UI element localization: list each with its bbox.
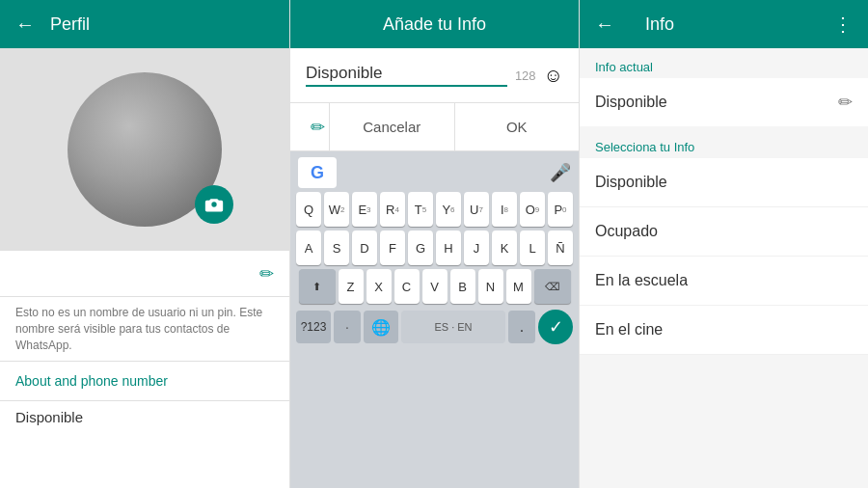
info-input-section: 128 ☺ — [290, 48, 579, 103]
key-H[interactable]: H — [436, 230, 461, 265]
add-info-header: Añade tu Info — [290, 0, 579, 48]
key-L[interactable]: L — [520, 230, 545, 265]
keyboard-row-4: ?123 · 🌐 ES · EN . ✓ — [292, 308, 577, 346]
avatar-section — [0, 48, 289, 251]
cancel-button[interactable]: Cancelar — [330, 103, 454, 150]
info-header: ← Info ⋮ — [580, 0, 868, 48]
key-Q[interactable]: Q — [296, 192, 321, 227]
option-disponible[interactable]: Disponible — [580, 158, 868, 207]
select-info-label: Selecciona tu Info — [580, 128, 868, 158]
info-back-button[interactable]: ← — [595, 14, 614, 36]
add-info-title: Añade tu Info — [383, 14, 486, 35]
perfil-title: Perfil — [50, 14, 90, 35]
backspace-key[interactable]: ⌫ — [534, 269, 571, 304]
key-O[interactable]: O9 — [520, 192, 545, 227]
key-N[interactable]: N — [478, 269, 503, 304]
check-key[interactable]: ✓ — [538, 310, 573, 344]
keyboard-row-3: ⬆ Z X C V B N M ⌫ — [292, 269, 577, 304]
ok-button[interactable]: OK — [455, 103, 580, 150]
mic-icon[interactable]: 🎤 — [550, 162, 571, 183]
more-options-icon[interactable]: ⋮ — [833, 13, 853, 36]
camera-icon — [204, 195, 224, 214]
action-edit-icon: ✏ — [311, 117, 325, 138]
perfil-panel: ← Perfil ✏ Esto no es un nombre de usuar… — [0, 0, 289, 488]
option-en-el-cine[interactable]: En el cine — [580, 306, 868, 355]
lang-key[interactable]: ES · EN — [401, 311, 505, 343]
period-key[interactable]: . — [508, 311, 535, 343]
key-C[interactable]: C — [394, 269, 420, 304]
key-V[interactable]: V — [422, 269, 448, 304]
keyboard-row-2: A S D F G H J K L Ñ — [292, 230, 577, 265]
info-input-wrapper — [306, 64, 507, 87]
keyboard-row-1: Q W2 E3 R4 T5 Y6 U7 I8 O9 P0 — [292, 192, 577, 227]
key-R[interactable]: R4 — [380, 192, 405, 227]
key-D[interactable]: D — [352, 230, 377, 265]
perfil-back-button[interactable]: ← — [15, 14, 35, 36]
key-K[interactable]: K — [492, 230, 517, 265]
info-panel: ← Info ⋮ Info actual Disponible ✏ Selecc… — [579, 0, 868, 488]
key-E[interactable]: E3 — [352, 192, 377, 227]
num-key[interactable]: ?123 — [296, 311, 331, 343]
camera-button[interactable] — [195, 185, 233, 224]
keyboard: G 🎤 Q W2 E3 R4 T5 Y6 U7 I8 O9 P0 A S D F… — [290, 151, 579, 488]
current-info-edit-button[interactable]: ✏ — [838, 92, 853, 113]
current-info-value: Disponible — [595, 94, 667, 111]
google-key[interactable]: G — [298, 157, 337, 188]
info-actions: ✏ Cancelar OK — [290, 103, 579, 151]
keyboard-top-row: G 🎤 — [292, 155, 577, 192]
key-X[interactable]: X — [366, 269, 392, 304]
dot-key[interactable]: · — [334, 311, 361, 343]
key-G[interactable]: G — [408, 230, 433, 265]
info-input[interactable] — [306, 64, 507, 87]
key-N-tilde[interactable]: Ñ — [548, 230, 573, 265]
shift-key[interactable]: ⬆ — [299, 269, 336, 304]
perfil-name-section: ✏ — [0, 251, 289, 297]
emoji-icon[interactable]: ☺ — [544, 65, 563, 87]
option-ocupado[interactable]: Ocupado — [580, 207, 868, 257]
key-F[interactable]: F — [380, 230, 405, 265]
key-M[interactable]: M — [506, 269, 531, 304]
key-A[interactable]: A — [296, 230, 321, 265]
perfil-status: Disponible — [0, 401, 289, 433]
perfil-edit-button[interactable]: ✏ — [259, 263, 274, 285]
current-info-card: Disponible ✏ — [580, 78, 868, 126]
key-Y[interactable]: Y6 — [436, 192, 461, 227]
perfil-info-text: Esto no es un nombre de usuario ni un pi… — [0, 297, 289, 362]
option-en-la-escuela[interactable]: En la escuela — [580, 257, 868, 306]
key-P[interactable]: P0 — [548, 192, 573, 227]
key-B[interactable]: B — [450, 269, 475, 304]
info-title: Info — [645, 14, 674, 35]
key-U[interactable]: U7 — [464, 192, 489, 227]
add-info-panel: Añade tu Info 128 ☺ ✏ Cancelar OK G 🎤 Q … — [289, 0, 579, 488]
globe-key[interactable]: 🌐 — [364, 311, 398, 343]
info-header-left: ← Info — [595, 14, 674, 36]
char-count: 128 — [515, 68, 536, 83]
key-Z[interactable]: Z — [339, 269, 364, 304]
key-T[interactable]: T5 — [408, 192, 433, 227]
about-phone-link[interactable]: About and phone number — [0, 362, 289, 401]
perfil-header: ← Perfil — [0, 0, 289, 48]
key-S[interactable]: S — [324, 230, 349, 265]
key-W[interactable]: W2 — [324, 192, 349, 227]
current-info-label: Info actual — [580, 48, 868, 78]
key-I[interactable]: I8 — [492, 192, 517, 227]
key-J[interactable]: J — [464, 230, 489, 265]
action-spacer: ✏ — [290, 117, 329, 138]
